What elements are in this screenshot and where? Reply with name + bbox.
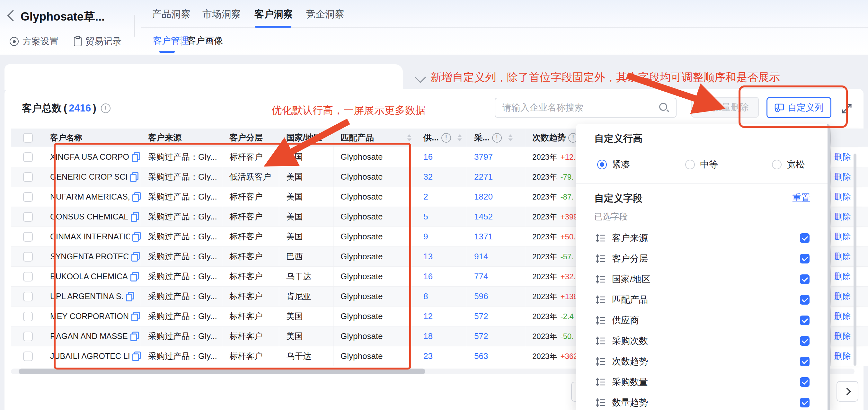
- delete-row-link[interactable]: 删除: [834, 211, 851, 222]
- suppliers-cell[interactable]: 16: [416, 147, 467, 167]
- purchase-count-cell[interactable]: 774: [467, 267, 525, 287]
- drag-handle-icon[interactable]: [595, 274, 606, 284]
- tab-customer-insight[interactable]: 客户洞察: [254, 8, 293, 21]
- purchase-count-cell[interactable]: 2271: [467, 167, 525, 187]
- suppliers-cell[interactable]: 13: [416, 247, 467, 267]
- pagination-next-button[interactable]: [837, 381, 858, 402]
- row-checkbox[interactable]: [23, 292, 33, 301]
- radio-loose[interactable]: 宽松: [772, 158, 805, 171]
- purchase-count-cell[interactable]: 1820: [467, 187, 525, 207]
- sort-icon[interactable]: [458, 134, 462, 141]
- trade-records-button[interactable]: 贸易记录: [74, 35, 121, 48]
- delete-row-link[interactable]: 删除: [834, 171, 851, 182]
- radio-compact[interactable]: 紧凑: [597, 158, 630, 171]
- field-checkbox-checked[interactable]: [800, 357, 809, 366]
- drag-handle-icon[interactable]: [595, 377, 606, 387]
- field-checkbox-checked[interactable]: [800, 377, 809, 387]
- drag-handle-icon[interactable]: [595, 336, 606, 346]
- back-icon[interactable]: [7, 10, 19, 21]
- purchase-count-cell[interactable]: 563: [467, 346, 525, 366]
- radio-icon[interactable]: [685, 160, 695, 169]
- row-checkbox[interactable]: [23, 212, 33, 222]
- drag-handle-icon[interactable]: [595, 254, 606, 263]
- info-icon[interactable]: !: [492, 133, 502, 143]
- suppliers-cell[interactable]: 18: [416, 326, 467, 346]
- field-item[interactable]: 次数趋势: [576, 351, 828, 372]
- sort-icon[interactable]: [407, 134, 411, 141]
- field-checkbox-checked[interactable]: [800, 254, 809, 263]
- field-item[interactable]: 采购数量: [576, 372, 828, 392]
- suppliers-cell[interactable]: 5: [416, 207, 467, 227]
- row-checkbox[interactable]: [23, 272, 33, 282]
- chevron-down-icon[interactable]: [415, 72, 426, 83]
- field-checkbox-checked[interactable]: [800, 336, 809, 346]
- field-item[interactable]: 客户来源: [576, 228, 828, 248]
- field-item[interactable]: 采购次数: [576, 331, 828, 351]
- row-checkbox[interactable]: [23, 252, 33, 262]
- purchase-count-cell[interactable]: 572: [467, 306, 525, 326]
- radio-selected-icon[interactable]: [597, 160, 607, 169]
- header-actions: [831, 128, 868, 147]
- suppliers-cell[interactable]: 23: [416, 346, 467, 366]
- field-checkbox-checked[interactable]: [800, 233, 809, 243]
- field-item[interactable]: 国家/地区: [576, 269, 828, 290]
- reset-link[interactable]: 重置: [792, 192, 810, 204]
- header-purchase-count[interactable]: 采... !: [467, 128, 525, 147]
- delete-row-link[interactable]: 删除: [834, 311, 851, 322]
- purchase-count-cell[interactable]: 1452: [467, 207, 525, 227]
- info-icon[interactable]: !: [101, 104, 111, 113]
- suppliers-cell[interactable]: 32: [416, 167, 467, 187]
- scheme-settings-button[interactable]: 方案设置: [10, 35, 59, 48]
- drag-handle-icon[interactable]: [595, 233, 606, 243]
- purchase-count-cell[interactable]: 3797: [467, 147, 525, 167]
- drag-handle-icon[interactable]: [595, 398, 606, 407]
- vertical-scrollbar-thumb[interactable]: [854, 154, 857, 365]
- suppliers-cell[interactable]: 12: [416, 306, 467, 326]
- purchase-count-cell[interactable]: 572: [467, 326, 525, 346]
- suppliers-cell[interactable]: 16: [416, 267, 467, 287]
- subtab-customer-management[interactable]: 客户管理: [153, 35, 189, 47]
- delete-row-link[interactable]: 删除: [834, 191, 851, 202]
- header-suppliers[interactable]: 供... !: [416, 128, 467, 147]
- field-checkbox-checked[interactable]: [800, 316, 809, 325]
- delete-row-link[interactable]: 删除: [834, 351, 851, 362]
- suppliers-cell[interactable]: 9: [416, 227, 467, 247]
- row-checkbox[interactable]: [23, 312, 33, 321]
- delete-row-link[interactable]: 删除: [834, 251, 851, 262]
- row-checkbox[interactable]: [23, 331, 33, 341]
- field-checkbox-checked[interactable]: [800, 398, 809, 407]
- sort-icon[interactable]: [508, 134, 513, 141]
- purchase-count-cell[interactable]: 596: [467, 287, 525, 306]
- field-item[interactable]: 供应商: [576, 310, 828, 331]
- delete-row-link[interactable]: 删除: [834, 331, 851, 342]
- info-icon[interactable]: !: [441, 133, 451, 143]
- delete-row-link[interactable]: 删除: [834, 231, 851, 242]
- subtab-customer-profile[interactable]: 客户画像: [187, 35, 223, 47]
- select-all-checkbox[interactable]: [23, 133, 33, 143]
- field-checkbox-checked[interactable]: [800, 274, 809, 284]
- delete-row-link[interactable]: 删除: [834, 291, 851, 302]
- row-checkbox[interactable]: [23, 352, 33, 361]
- tab-product-insight[interactable]: 产品洞察: [152, 8, 190, 21]
- field-item[interactable]: 数量趋势: [576, 392, 828, 410]
- delete-row-link[interactable]: 删除: [834, 151, 851, 163]
- radio-medium[interactable]: 中等: [685, 158, 718, 171]
- tab-competitor-insight[interactable]: 竞企洞察: [306, 8, 344, 21]
- tab-market-insight[interactable]: 市场洞察: [203, 8, 241, 21]
- purchase-count-cell[interactable]: 914: [467, 247, 525, 267]
- suppliers-cell[interactable]: 2: [416, 187, 467, 207]
- drag-handle-icon[interactable]: [595, 316, 606, 325]
- field-item[interactable]: 客户分层: [576, 248, 828, 269]
- row-checkbox[interactable]: [23, 172, 33, 182]
- suppliers-cell[interactable]: 8: [416, 287, 467, 306]
- row-checkbox[interactable]: [23, 232, 33, 242]
- delete-row-link[interactable]: 删除: [834, 271, 851, 282]
- row-checkbox[interactable]: [23, 152, 33, 162]
- field-checkbox-checked[interactable]: [800, 295, 809, 304]
- radio-icon[interactable]: [772, 160, 782, 169]
- field-item[interactable]: 匹配产品: [576, 290, 828, 310]
- purchase-count-cell[interactable]: 1371: [467, 227, 525, 247]
- drag-handle-icon[interactable]: [595, 295, 606, 304]
- row-checkbox[interactable]: [23, 192, 33, 202]
- drag-handle-icon[interactable]: [595, 357, 606, 366]
